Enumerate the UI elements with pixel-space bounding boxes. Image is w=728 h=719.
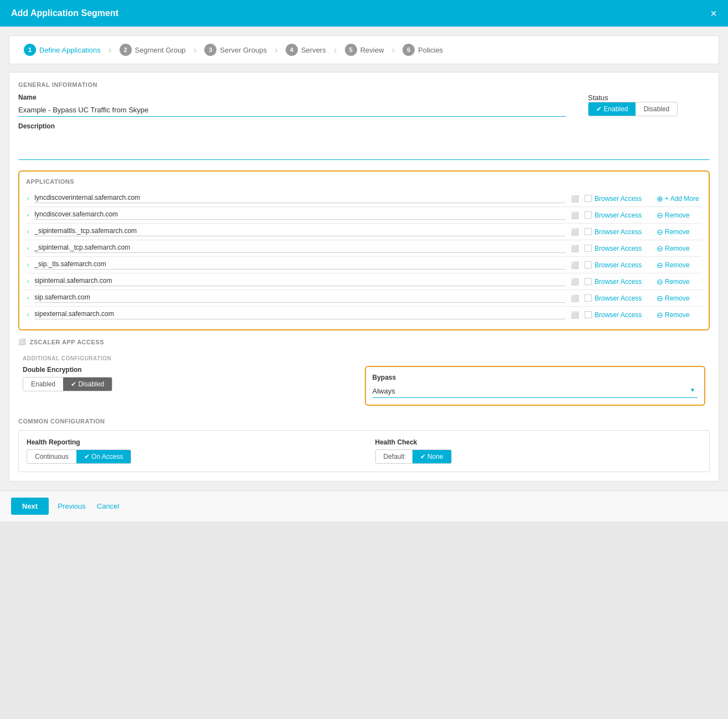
common-config-label: COMMON CONFIGURATION xyxy=(18,418,710,425)
app-row-3: › _sipinternaltls._tcp.safemarch.com ⬜ B… xyxy=(26,224,702,240)
app-row-1: › lyncdiscoverinternal.safemarch.com ⬜ B… xyxy=(26,190,702,207)
app-name-8: sipexternal.safemarch.com xyxy=(34,310,565,319)
check-icon-none: ✔ xyxy=(420,453,426,461)
chevron-icon-3[interactable]: › xyxy=(27,229,29,235)
additional-config-label: ADDITIONAL CONFIGURATION xyxy=(23,355,705,361)
app-row-5: › _sip._tls.safemarch.com ⬜ Browser Acce… xyxy=(26,257,702,273)
browser-access-checkbox-5[interactable] xyxy=(585,261,592,268)
remove-label-4: Remove xyxy=(665,245,690,252)
app-name-7: sip.safemarch.com xyxy=(34,293,565,303)
browser-access-label-5[interactable]: Browser Access xyxy=(595,261,642,269)
browser-access-checkbox-8[interactable] xyxy=(585,311,592,318)
browser-access-checkbox-2[interactable] xyxy=(585,211,592,219)
step-3-circle: 3 xyxy=(204,44,216,56)
previous-button[interactable]: Previous xyxy=(55,498,88,515)
zscaler-header: ⬜ ZSCALER APP ACCESS xyxy=(18,338,710,345)
step-arrow-2: › xyxy=(191,44,199,56)
remove-button-4[interactable]: ⊖ Remove xyxy=(657,244,701,253)
step-6-circle: 6 xyxy=(402,44,415,56)
app-name-3: _sipinternaltls._tcp.safemarch.com xyxy=(34,227,565,236)
step-1-circle: 1 xyxy=(24,44,36,56)
remove-icon-7: ⊖ xyxy=(657,294,663,303)
status-toggle: ✔ Enabled Disabled xyxy=(588,102,678,116)
chevron-icon-4[interactable]: › xyxy=(27,245,29,251)
chevron-icon-5[interactable]: › xyxy=(27,262,29,268)
browser-access-label-8[interactable]: Browser Access xyxy=(595,311,642,319)
browser-access-label-4[interactable]: Browser Access xyxy=(595,245,642,252)
browser-access-checkbox-1[interactable] xyxy=(585,195,592,202)
check-icon-disabled: ✔ xyxy=(71,380,76,388)
double-encryption-enabled-label: Enabled xyxy=(31,380,55,388)
next-button[interactable]: Next xyxy=(11,498,49,515)
chevron-icon-2[interactable]: › xyxy=(27,212,29,218)
zscaler-screen-icon: ⬜ xyxy=(18,338,27,345)
remove-button-6[interactable]: ⊖ Remove xyxy=(657,277,701,286)
screen-icon-5: ⬜ xyxy=(571,261,579,269)
add-more-button[interactable]: ⊕ + Add More xyxy=(657,194,701,203)
common-row: Health Reporting Continuous ✔ On Access xyxy=(27,438,701,464)
health-check-none-button[interactable]: ✔ None xyxy=(412,450,451,463)
step-5[interactable]: 5 Review xyxy=(339,42,390,58)
step-1[interactable]: 1 Define Applications xyxy=(18,42,106,58)
step-3-label: Server Groups xyxy=(220,46,267,54)
health-reporting-on-access-button[interactable]: ✔ On Access xyxy=(76,450,131,463)
remove-button-5[interactable]: ⊖ Remove xyxy=(657,261,701,270)
screen-icon-8: ⬜ xyxy=(571,311,579,319)
health-reporting-continuous-button[interactable]: Continuous xyxy=(27,450,76,463)
browser-access-checkbox-4[interactable] xyxy=(585,245,592,252)
name-input[interactable] xyxy=(18,104,566,117)
step-4-label: Servers xyxy=(301,46,326,54)
general-info-label: GENERAL INFORMATION xyxy=(18,81,710,88)
chevron-icon-6[interactable]: › xyxy=(27,278,29,285)
step-4-circle: 4 xyxy=(286,44,298,56)
common-config-section: COMMON CONFIGURATION Health Reporting Co… xyxy=(18,418,710,472)
health-check-default-button[interactable]: Default xyxy=(376,450,412,463)
browser-access-checkbox-7[interactable] xyxy=(585,294,592,302)
chevron-icon-8[interactable]: › xyxy=(27,312,29,318)
bypass-select[interactable]: Always Never On Net xyxy=(373,385,698,398)
additional-config: ADDITIONAL CONFIGURATION Double Encrypti… xyxy=(18,351,710,410)
description-group: Description xyxy=(18,122,710,162)
step-3[interactable]: 3 Server Groups xyxy=(199,42,272,58)
cancel-button[interactable]: Cancel xyxy=(95,498,121,515)
remove-button-2[interactable]: ⊖ Remove xyxy=(657,211,701,220)
remove-icon-8: ⊖ xyxy=(657,311,663,319)
remove-button-8[interactable]: ⊖ Remove xyxy=(657,311,701,319)
wizard-steps: 1 Define Applications › 2 Segment Group … xyxy=(9,35,719,64)
remove-button-3[interactable]: ⊖ Remove xyxy=(657,227,701,236)
remove-label-8: Remove xyxy=(665,311,690,319)
browser-access-label-3[interactable]: Browser Access xyxy=(595,228,642,236)
remove-button-7[interactable]: ⊖ Remove xyxy=(657,294,701,303)
double-encryption-disabled-label: Disabled xyxy=(78,380,104,388)
step-5-label: Review xyxy=(360,46,384,54)
close-button[interactable]: × xyxy=(710,8,717,19)
step-2[interactable]: 2 Segment Group xyxy=(114,42,192,58)
browser-access-checkbox-6[interactable] xyxy=(585,278,592,285)
double-encryption-label: Double Encryption xyxy=(23,366,348,374)
health-reporting-on-access-label: On Access xyxy=(91,453,123,461)
double-encryption-disabled-button[interactable]: ✔ Disabled xyxy=(63,377,112,391)
browser-access-checkbox-3[interactable] xyxy=(585,228,592,235)
browser-access-label-2[interactable]: Browser Access xyxy=(595,211,642,219)
double-encryption-group: Double Encryption Enabled ✔ Disabled xyxy=(23,366,348,391)
browser-access-label-1[interactable]: Browser Access xyxy=(595,195,642,203)
browser-access-label-6[interactable]: Browser Access xyxy=(595,278,642,286)
screen-icon-2: ⬜ xyxy=(571,211,579,219)
health-check-toggle: Default ✔ None xyxy=(375,449,452,464)
check-icon-on-access: ✔ xyxy=(84,453,90,461)
screen-icon-4: ⬜ xyxy=(571,245,579,252)
step-4[interactable]: 4 Servers xyxy=(280,42,332,58)
double-encryption-toggle: Enabled ✔ Disabled xyxy=(23,377,112,391)
browser-access-label-7[interactable]: Browser Access xyxy=(595,294,642,302)
remove-label-5: Remove xyxy=(665,261,690,269)
chevron-icon-7[interactable]: › xyxy=(27,295,29,301)
status-disabled-button[interactable]: Disabled xyxy=(636,102,677,116)
health-reporting-group: Health Reporting Continuous ✔ On Access xyxy=(27,438,353,464)
description-input[interactable] xyxy=(18,132,710,160)
bypass-select-wrapper: Always Never On Net xyxy=(373,385,698,398)
browser-access-group-1: Browser Access xyxy=(585,195,651,203)
step-6[interactable]: 6 Policies xyxy=(397,42,448,58)
double-encryption-enabled-button[interactable]: Enabled xyxy=(23,377,63,391)
status-enabled-button[interactable]: ✔ Enabled xyxy=(588,102,636,116)
chevron-icon-1[interactable]: › xyxy=(27,195,29,201)
